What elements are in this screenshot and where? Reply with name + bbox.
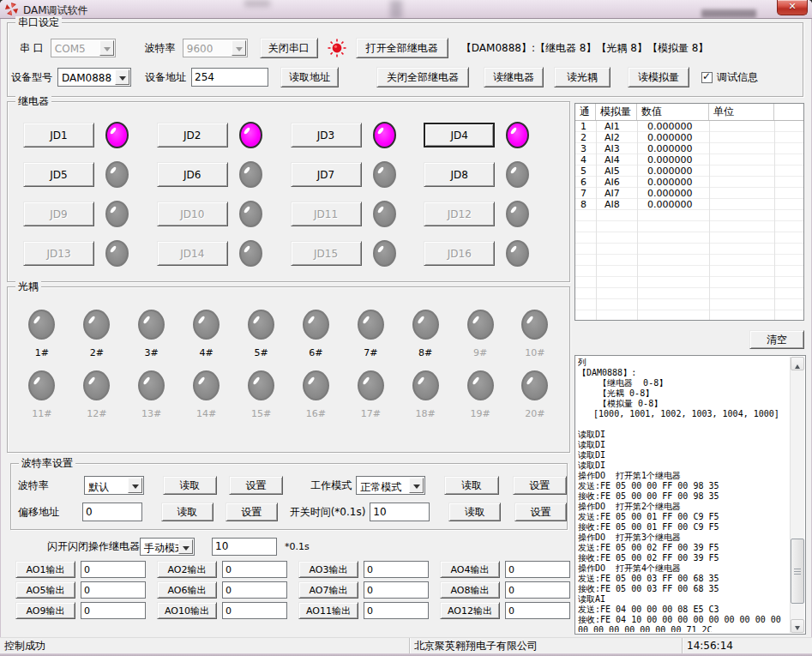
table-header-cell[interactable]: 数值 — [637, 104, 709, 120]
table-row[interactable]: 2 AI2 0.000000 — [575, 132, 803, 143]
analog-output-button[interactable]: AO6输出 — [157, 581, 217, 599]
opto-label: 16# — [306, 408, 326, 419]
offset-address-input[interactable] — [82, 503, 142, 521]
offset-read-button[interactable]: 读取 — [161, 503, 214, 521]
chevron-down-icon — [232, 40, 246, 56]
analog-output-input[interactable] — [222, 561, 287, 578]
analog-name-cell: AI6 — [596, 177, 637, 188]
analog-output-input[interactable] — [505, 581, 570, 599]
table-row[interactable]: 1 AI1 0.000000 — [575, 121, 803, 132]
debug-info-checkbox[interactable]: 调试信息 — [701, 70, 758, 85]
relay-button[interactable]: JD12 — [424, 202, 495, 226]
work-mode-set-button[interactable]: 设置 — [513, 476, 567, 495]
relay-button[interactable]: JD9 — [23, 202, 94, 226]
opto-lamp-icon — [28, 370, 55, 400]
work-mode-read-button[interactable]: 读取 — [444, 476, 498, 495]
flash-mode-combo[interactable]: 手动模式 — [140, 538, 195, 556]
table-row[interactable]: 4 AI4 0.000000 — [575, 154, 803, 166]
relay-button[interactable]: JD16 — [424, 241, 495, 266]
relay-button[interactable]: JD13 — [23, 241, 94, 266]
close-all-relays-button[interactable]: 关闭全部继电器 — [376, 67, 469, 87]
table-row[interactable]: 5 AI5 0.000000 — [575, 166, 803, 177]
flash-time-input[interactable] — [212, 538, 277, 556]
scroll-up-icon[interactable] — [791, 357, 804, 370]
analog-output-input[interactable] — [81, 581, 146, 599]
relay-button[interactable]: JD3 — [291, 123, 362, 147]
opto-label: 2# — [90, 347, 104, 358]
table-row[interactable]: 7 AI7 0.000000 — [575, 188, 803, 199]
relay-button[interactable]: JD7 — [291, 162, 362, 187]
analog-output-button[interactable]: AO2输出 — [157, 561, 217, 578]
title-bar[interactable]: DAM调试软件 — [0, 0, 812, 19]
relay-button[interactable]: JD5 — [23, 162, 94, 187]
opto-lamp-icon — [193, 370, 220, 400]
table-row[interactable]: 3 AI3 0.000000 — [575, 143, 803, 154]
table-row[interactable]: 8 AI8 0.000000 — [575, 199, 803, 210]
close-button[interactable] — [777, 0, 808, 15]
baudrate-combo[interactable]: 默认 — [84, 476, 143, 495]
analog-output-input[interactable] — [505, 602, 570, 619]
baudrate-set-button[interactable]: 设置 — [229, 476, 283, 495]
analog-output-input[interactable] — [505, 561, 570, 578]
switch-time-read-button[interactable]: 读取 — [448, 503, 501, 521]
open-all-relays-button[interactable]: 打开全部继电器 — [356, 38, 448, 58]
debug-log-area[interactable]: 列【DAM0888】: 【继电器 0-8】 【光耦 0-8】 【模拟量 0-8】… — [574, 355, 806, 635]
work-mode-combo[interactable]: 正常模式 — [356, 476, 425, 495]
log-scrollbar[interactable] — [790, 357, 804, 633]
analog-output-button[interactable]: AO12输出 — [440, 602, 500, 619]
relay-button[interactable]: JD11 — [291, 202, 362, 226]
table-header-cell[interactable]: 模拟量 — [596, 104, 637, 120]
analog-output-input[interactable] — [364, 581, 429, 599]
opto-lamp-icon — [412, 370, 439, 400]
relay-button[interactable]: JD10 — [157, 202, 228, 226]
port-combo[interactable]: COM5 — [51, 39, 116, 57]
read-opto-button[interactable]: 读光耦 — [554, 67, 611, 87]
device-address-input[interactable] — [191, 68, 268, 87]
log-line: 00 00 00 00 00 00 00 71 2C — [578, 625, 788, 632]
channel-cell: 7 — [575, 188, 596, 199]
baud-combo[interactable]: 9600 — [183, 39, 248, 57]
relay-button[interactable]: JD2 — [157, 123, 228, 147]
read-analog-button[interactable]: 读模拟量 — [628, 67, 689, 87]
analog-output-button[interactable]: AO7输出 — [298, 581, 358, 599]
relay-button[interactable]: JD1 — [23, 123, 94, 147]
analog-output-button[interactable]: AO10输出 — [157, 602, 217, 619]
table-header-cell[interactable]: 单位 — [709, 104, 774, 120]
device-model-combo[interactable]: DAM0888 — [57, 68, 131, 87]
scrollbar-thumb[interactable] — [791, 539, 804, 604]
analog-output-button[interactable]: AO9输出 — [15, 602, 75, 619]
read-address-button[interactable]: 读取地址 — [280, 67, 339, 87]
clear-log-button[interactable]: 清空 — [749, 330, 804, 349]
analog-output-button[interactable]: AO5输出 — [15, 581, 75, 599]
analog-output-input[interactable] — [222, 581, 287, 599]
analog-input-table: 通模拟量数值单位 1 AI1 0.000000 2 AI2 0.000000 3… — [574, 103, 804, 321]
relay-button[interactable]: JD8 — [424, 162, 495, 187]
offset-set-button[interactable]: 设置 — [226, 503, 278, 521]
table-header-cell[interactable] — [774, 104, 803, 120]
analog-output-input[interactable] — [364, 561, 429, 578]
table-row[interactable]: 6 AI6 0.000000 — [575, 177, 803, 188]
analog-output-input[interactable] — [81, 561, 146, 578]
scroll-down-icon[interactable] — [791, 619, 804, 633]
relay-button[interactable]: JD14 — [157, 241, 228, 266]
close-serial-button[interactable]: 关闭串口 — [260, 38, 318, 58]
analog-output-button[interactable]: AO1输出 — [15, 561, 75, 578]
log-line: 操作DO 打开第3个继电器 — [578, 533, 788, 543]
relay-button[interactable]: JD15 — [291, 241, 362, 266]
analog-output-button[interactable]: AO4输出 — [440, 561, 500, 578]
analog-output-input[interactable] — [364, 602, 429, 619]
read-relays-button[interactable]: 读继电器 — [484, 67, 544, 87]
relay-button[interactable]: JD4 — [424, 123, 495, 147]
analog-output-button[interactable]: AO3输出 — [298, 561, 358, 578]
baudrate-read-button[interactable]: 读取 — [163, 476, 217, 495]
analog-output-button[interactable]: AO11输出 — [298, 602, 358, 619]
table-body: 1 AI1 0.000000 2 AI2 0.000000 3 AI3 0.00… — [575, 121, 803, 320]
switch-time-set-button[interactable]: 设置 — [514, 503, 567, 521]
analog-output-input[interactable] — [222, 602, 287, 619]
analog-output-button[interactable]: AO8输出 — [440, 581, 500, 599]
table-header-cell[interactable]: 通 — [575, 104, 596, 120]
unit-cell — [709, 154, 774, 166]
analog-output-input[interactable] — [81, 602, 146, 619]
switch-time-input[interactable] — [370, 503, 430, 521]
relay-button[interactable]: JD6 — [157, 162, 228, 187]
